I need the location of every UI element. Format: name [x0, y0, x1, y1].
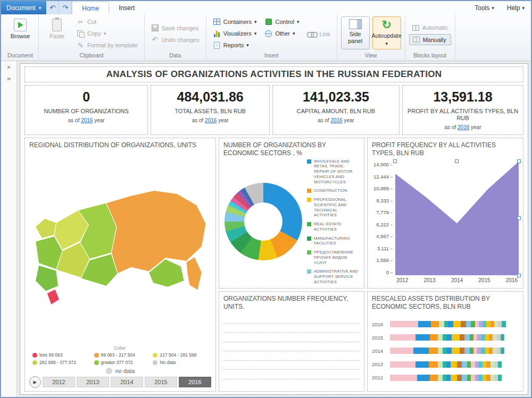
bar-segment[interactable] [470, 334, 473, 341]
bar-segment[interactable] [485, 348, 489, 354]
bar-segment[interactable] [452, 348, 460, 354]
area-plot[interactable] [395, 162, 519, 275]
bar-segment[interactable] [444, 321, 448, 327]
bar-segment[interactable] [473, 334, 477, 341]
bar-segment[interactable] [481, 348, 485, 354]
selection-handle[interactable] [517, 216, 521, 220]
bar-segment[interactable] [417, 375, 430, 381]
bar-segment[interactable] [489, 348, 493, 354]
bar-segment[interactable] [457, 375, 462, 381]
bar-segment[interactable] [475, 321, 479, 327]
bar-segment[interactable] [451, 361, 457, 368]
bar-segment[interactable] [470, 348, 473, 354]
bar-segment[interactable] [494, 321, 498, 327]
selection-handle[interactable] [393, 159, 397, 163]
bar-segment[interactable] [497, 334, 501, 341]
bar-segment[interactable] [439, 321, 444, 327]
bar-segment[interactable] [485, 334, 489, 341]
year-button[interactable]: 2015 [145, 377, 177, 387]
selection-handle[interactable] [455, 159, 459, 163]
bar-segment[interactable] [438, 334, 443, 341]
bar-segment[interactable] [443, 334, 446, 341]
bar-segment[interactable] [418, 321, 431, 327]
bar-segment[interactable] [452, 334, 460, 341]
bar-segment[interactable] [486, 375, 490, 381]
bar-segment[interactable] [467, 361, 471, 368]
bar-segment[interactable] [429, 348, 438, 354]
map-region[interactable] [36, 218, 56, 238]
bar-segment[interactable] [493, 334, 496, 341]
bar-segment[interactable] [471, 321, 475, 327]
bar-segment[interactable] [438, 348, 443, 354]
autoupdate-button[interactable]: ↻ Autoupdate ▾ [372, 16, 401, 49]
undo-button[interactable]: ↶ [46, 1, 59, 14]
year-button[interactable]: 2016 [179, 377, 211, 387]
bar-segment[interactable] [493, 348, 496, 354]
bar-segment[interactable] [498, 375, 502, 381]
other-button[interactable]: Other ▾ [262, 28, 302, 39]
bar-segment[interactable] [477, 334, 481, 341]
bar-segment[interactable] [415, 361, 428, 368]
bar-segment[interactable] [477, 348, 481, 354]
control-button[interactable]: Control ▾ [262, 16, 302, 27]
bar-segment[interactable] [491, 375, 494, 381]
bar-segment[interactable] [498, 361, 502, 368]
bar-segment[interactable] [438, 361, 443, 368]
bar-segment[interactable] [413, 348, 429, 354]
bar-segment[interactable] [390, 348, 413, 354]
bar-segment[interactable] [479, 361, 483, 368]
expand-panel-icon[interactable]: » [7, 75, 11, 82]
bar-segment[interactable] [446, 348, 452, 354]
bar-segment[interactable] [443, 361, 446, 368]
bar-segment[interactable] [431, 321, 439, 327]
map-region[interactable] [186, 257, 202, 291]
bar-segment[interactable] [481, 334, 485, 341]
undo-changes-button[interactable]: ↶ Undo changes [148, 35, 202, 45]
bar-segment[interactable] [460, 334, 465, 341]
automatic-button[interactable]: Automatic [409, 22, 451, 33]
bar-segment[interactable] [497, 348, 501, 354]
redo-button[interactable]: ↷ [59, 1, 72, 14]
cut-button[interactable]: ✂ Cut [74, 16, 140, 27]
bar-segment[interactable] [483, 321, 486, 327]
play-button[interactable]: ▶ [29, 376, 41, 388]
bar-segment[interactable] [460, 348, 465, 354]
bar-segment[interactable] [457, 361, 462, 368]
bar-segment[interactable] [502, 361, 518, 368]
bar-segment[interactable] [502, 321, 505, 327]
close-icon[interactable]: × [7, 64, 11, 71]
bar-segment[interactable] [479, 375, 483, 381]
bar-segment[interactable] [390, 375, 417, 381]
bar-segment[interactable] [498, 321, 502, 327]
year-link[interactable]: 2016 [81, 117, 93, 123]
year-button[interactable]: 2012 [43, 377, 75, 387]
bar-segment[interactable] [390, 361, 415, 368]
bar-segment[interactable] [390, 321, 418, 327]
bar-segment[interactable] [473, 348, 477, 354]
bar-segment[interactable] [486, 361, 490, 368]
bar-segment[interactable] [502, 375, 518, 381]
bar-segment[interactable] [430, 375, 438, 381]
bar-segment[interactable] [501, 334, 504, 341]
bar-segment[interactable] [483, 375, 486, 381]
tools-menu[interactable]: Tools ▾ [468, 1, 501, 14]
bar-segment[interactable] [483, 361, 486, 368]
tab-home[interactable]: Home [72, 2, 109, 14]
bar-segment[interactable] [504, 334, 519, 341]
bar-segment[interactable] [475, 375, 479, 381]
bar-segment[interactable] [415, 334, 430, 341]
bar-segment[interactable] [475, 361, 479, 368]
containers-button[interactable]: Containers ▾ [210, 16, 260, 27]
bar-segment[interactable] [471, 361, 475, 368]
year-link[interactable]: 2016 [330, 117, 342, 123]
bar-segment[interactable] [501, 348, 504, 354]
selection-handle[interactable] [517, 274, 521, 277]
bar-segment[interactable] [462, 361, 467, 368]
manually-button[interactable]: Manually [409, 34, 451, 45]
help-menu[interactable]: Help ▾ [501, 1, 531, 14]
bar-segment[interactable] [466, 321, 471, 327]
bar-segment[interactable] [430, 334, 438, 341]
bar-segment[interactable] [489, 334, 493, 341]
bar-segment[interactable] [451, 375, 457, 381]
selection-handle[interactable] [517, 159, 521, 163]
